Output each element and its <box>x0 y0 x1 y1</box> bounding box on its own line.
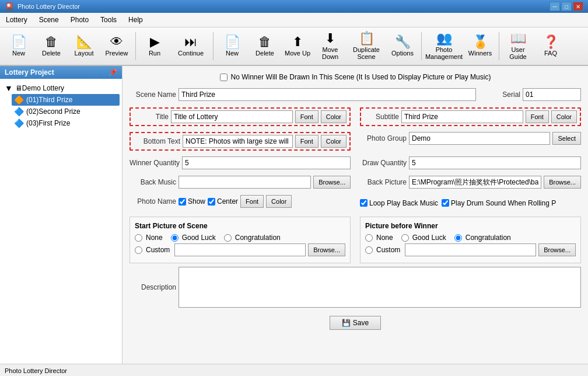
menu-scene[interactable]: Scene <box>33 14 65 26</box>
browse-music-button[interactable]: Browse... <box>313 176 351 189</box>
play-drum-checkbox[interactable] <box>442 199 449 207</box>
loop-drum-row: Loop Play Back Music Play Drum Sound Whe… <box>360 195 581 211</box>
start-none-radio[interactable] <box>135 234 142 242</box>
subtitle-input[interactable] <box>401 110 523 123</box>
close-button[interactable]: ✕ <box>573 2 583 11</box>
start-congrat-text: Congratulation <box>235 234 281 242</box>
winners-button[interactable]: 🏅 Winners <box>465 30 495 62</box>
before-custom-label[interactable]: Custom <box>365 246 400 254</box>
sidebar: Lottery Project 📌 ▼ 🖥 Demo Lottery 🔶 (01… <box>0 66 123 364</box>
preview-icon: 👁 <box>110 36 123 48</box>
sidebar-item-first-prize[interactable]: 🔷 (03)First Prize <box>12 117 120 129</box>
before-goodluck-label[interactable]: Good Luck <box>401 234 446 242</box>
before-custom-radio[interactable] <box>365 246 373 254</box>
continue-button[interactable]: ⏭ Continue <box>172 30 209 62</box>
faq-button[interactable]: ❓ FAQ <box>536 30 566 62</box>
start-custom-input[interactable] <box>174 243 306 256</box>
photo-group-row: Photo Group Select <box>360 132 581 145</box>
show-checkbox-label[interactable]: Show <box>178 197 205 206</box>
before-congrat-radio[interactable] <box>454 234 462 242</box>
delete-lottery-button[interactable]: 🗑 Delete <box>36 30 66 62</box>
title-color-button[interactable]: Color <box>321 110 346 123</box>
new-scene-button[interactable]: 📄 New <box>217 30 247 62</box>
play-drum-label[interactable]: Play Drum Sound When Rolling P <box>442 199 556 207</box>
back-picture-row: Back Picture Browse... <box>360 176 581 189</box>
save-button[interactable]: 💾 Save <box>330 316 381 330</box>
picture-before-section: Picture before Winner None Good Luck Con… <box>360 217 581 263</box>
no-winner-checkbox[interactable] <box>220 74 228 81</box>
menu-photo[interactable]: Photo <box>65 14 94 26</box>
tree-demo-lottery[interactable]: ▼ 🖥 Demo Lottery <box>2 82 120 94</box>
loop-play-checkbox[interactable] <box>360 199 368 207</box>
move-down-button[interactable]: ⬇ Move Down <box>315 30 345 62</box>
faq-label: FAQ <box>544 50 557 57</box>
description-textarea[interactable] <box>178 267 581 308</box>
winner-qty-input[interactable] <box>182 156 351 169</box>
start-none-label[interactable]: None <box>135 234 163 242</box>
scene-name-input[interactable] <box>178 88 476 101</box>
before-goodluck-radio[interactable] <box>401 234 409 242</box>
duplicate-scene-button[interactable]: 📋 Duplicate Scene <box>348 30 385 62</box>
back-picture-input[interactable] <box>409 176 541 189</box>
new-lottery-button[interactable]: 📄 New <box>4 30 34 62</box>
draw-qty-input[interactable] <box>409 156 581 169</box>
start-congrat-label[interactable]: Congratulation <box>224 234 281 242</box>
center-checkbox[interactable] <box>208 198 215 206</box>
bottom-font-button[interactable]: Font <box>295 135 318 148</box>
serial-input[interactable] <box>523 88 581 101</box>
options-button[interactable]: 🔧 Options <box>387 30 418 62</box>
user-guide-button[interactable]: 📖 User Guide <box>503 30 533 62</box>
menu-lottery[interactable]: Lottery <box>0 14 33 26</box>
select-button[interactable]: Select <box>552 132 581 145</box>
toolbar: 📄 New 🗑 Delete 📐 Layout 👁 Preview ▶ Run … <box>0 27 588 66</box>
move-up-button[interactable]: ⬆ Move Up <box>282 30 313 62</box>
before-none-radio[interactable] <box>365 234 373 242</box>
browse-before-custom-button[interactable]: Browse... <box>538 243 576 256</box>
title-input[interactable] <box>171 110 293 123</box>
start-congrat-radio[interactable] <box>224 234 232 242</box>
app-title: Photo Lottery Director <box>18 3 80 10</box>
preview-button[interactable]: 👁 Preview <box>102 30 132 62</box>
show-checkbox[interactable] <box>178 198 186 206</box>
before-congrat-label[interactable]: Congratulation <box>454 234 511 242</box>
browse-picture-button[interactable]: Browse... <box>544 176 581 189</box>
back-music-input[interactable] <box>178 176 311 189</box>
photo-name-font-button[interactable]: Font <box>240 195 264 208</box>
loop-play-label[interactable]: Loop Play Back Music <box>360 199 438 207</box>
sidebar-item-second-prize[interactable]: 🔷 (02)Second Prize <box>12 106 120 117</box>
sidebar-item-third-prize[interactable]: 🔶 (01)Third Prize <box>12 94 120 106</box>
start-custom-label[interactable]: Custom <box>135 246 170 254</box>
before-custom-input[interactable] <box>405 243 536 256</box>
before-none-text: None <box>376 234 393 242</box>
menu-bar: Lottery Scene Photo Tools Help <box>0 13 588 27</box>
maximize-button[interactable]: □ <box>561 2 572 11</box>
separator-2 <box>213 32 214 60</box>
menu-help[interactable]: Help <box>123 14 149 26</box>
menu-tools[interactable]: Tools <box>94 14 123 26</box>
title-font-button[interactable]: Font <box>295 110 318 123</box>
loop-play-text: Loop Play Back Music <box>369 199 438 207</box>
run-button[interactable]: ▶ Run <box>139 30 170 62</box>
sidebar-header: Lottery Project 📌 <box>0 66 122 79</box>
save-row: 💾 Save <box>130 311 581 330</box>
subtitle-color-button[interactable]: Color <box>551 110 577 123</box>
music-picture-row: Back Music Browse... Back Picture Browse… <box>130 176 581 192</box>
center-checkbox-label[interactable]: Center <box>208 197 238 206</box>
browse-start-custom-button[interactable]: Browse... <box>308 243 345 256</box>
subtitle-font-button[interactable]: Font <box>526 110 549 123</box>
start-goodluck-radio[interactable] <box>171 234 178 242</box>
photo-group-section: Photo Group Select <box>360 132 581 153</box>
photo-management-button[interactable]: 👥 Photo Management <box>425 30 463 62</box>
start-goodluck-label[interactable]: Good Luck <box>171 234 216 242</box>
minimize-button[interactable]: ─ <box>550 2 560 11</box>
delete-scene-button[interactable]: 🗑 Delete <box>250 30 280 62</box>
continue-icon: ⏭ <box>184 36 197 48</box>
bottom-text-input[interactable] <box>183 135 293 148</box>
photo-group-input[interactable] <box>409 132 550 145</box>
content-area: No Winner Will Be Drawn In This Scene (I… <box>123 66 588 364</box>
start-custom-radio[interactable] <box>135 246 142 254</box>
bottom-color-button[interactable]: Color <box>321 135 346 148</box>
photo-name-color-button[interactable]: Color <box>266 195 292 208</box>
layout-button[interactable]: 📐 Layout <box>69 30 99 62</box>
before-none-label[interactable]: None <box>365 234 393 242</box>
